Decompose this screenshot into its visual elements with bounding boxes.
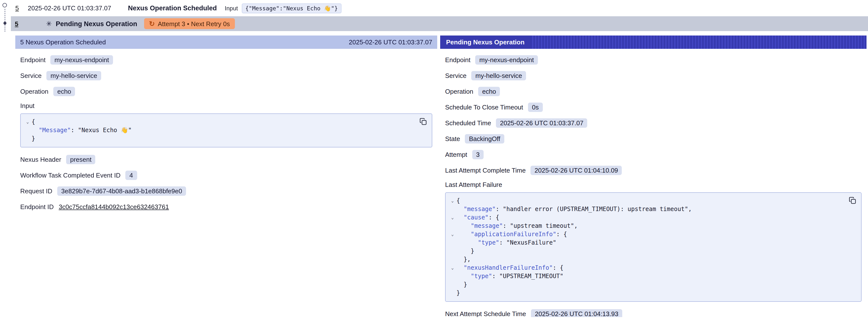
code-text: } [457, 281, 467, 289]
code-gutter [448, 222, 457, 230]
code-line: ⌄{ [24, 118, 418, 126]
event-timestamp: 2025-02-26 UTC 01:03:37.07 [28, 4, 111, 12]
copy-button[interactable] [418, 117, 428, 126]
field-label: Last Attempt Complete Time [445, 166, 526, 174]
field-row: Request ID3e829b7e-7d67-4b08-aad3-b1e868… [20, 186, 432, 196]
pending-asterisk-icon: ✳ [46, 20, 52, 28]
field-row: Endpointmy-nexus-endpoint [20, 55, 432, 65]
field-label: Operation [445, 88, 473, 95]
field-value-chip: present [66, 155, 95, 164]
failure-section-label: Last Attempt Failure [445, 181, 862, 188]
field-value-chip: 2025-02-26 UTC 01:03:37.07 [496, 118, 587, 127]
copy-icon [420, 118, 427, 125]
field-label: Nexus Header [20, 156, 61, 163]
code-line: "message": "handler error (UPSTREAM_TIME… [448, 205, 847, 214]
field-label: Endpoint [20, 56, 45, 63]
code-line: ⌄ "nexusHandlerFailureInfo": { [448, 264, 847, 272]
copy-button[interactable] [848, 196, 857, 205]
code-line: ⌄ "applicationFailureInfo": { [448, 230, 847, 239]
field-label: Service [445, 72, 467, 79]
code-gutter [448, 289, 457, 297]
pending-panel-title: Pending Nexus Operation [440, 35, 530, 49]
event-row-nexus-operation-scheduled[interactable]: 5 2025-02-26 UTC 01:03:37.07 Nexus Opera… [12, 0, 868, 16]
field-value-chip: echo [478, 87, 500, 96]
field-value-chip: 2025-02-26 UTC 01:04:13.93 [531, 309, 622, 317]
field-value-chip: 3e829b7e-7d67-4b08-aad3-b1e868bfe9e0 [57, 186, 186, 195]
scheduled-panel-body: Endpointmy-nexus-endpointServicemy-hello… [15, 49, 437, 218]
code-text: } [457, 247, 474, 255]
field-row: StateBackingOff [445, 134, 862, 143]
code-text: "message": "handler error (UPSTREAM_TIME… [457, 205, 692, 214]
code-line: "type": "UPSTREAM_TIMEOUT" [448, 272, 847, 281]
field-value-chip: BackingOff [465, 134, 504, 143]
event-id-link[interactable]: 5 [15, 4, 19, 12]
code-line: } [448, 289, 847, 297]
field-row: Nexus Headerpresent [20, 154, 432, 164]
collapse-arrow-icon[interactable]: ⌄ [24, 118, 32, 126]
scheduled-event-detail-panel: 5 Nexus Operation Scheduled 2025-02-26 U… [15, 35, 437, 317]
code-gutter [24, 126, 32, 135]
code-line: } [448, 281, 847, 289]
code-text: "message": "upstream timeout", [457, 222, 578, 230]
field-value-chip: my-nexus-endpoint [475, 55, 538, 64]
pending-panel-body: Endpointmy-nexus-endpointServicemy-hello… [440, 49, 867, 317]
field-row: Workflow Task Completed Event ID4 [20, 170, 432, 180]
field-label: State [445, 135, 460, 142]
code-gutter [24, 135, 32, 143]
field-value-link[interactable]: 3c0c75ccfa8144b092c13ce632463761 [59, 203, 169, 210]
field-row: Last Attempt Complete Time2025-02-26 UTC… [445, 165, 862, 175]
field-label: Schedule To Close Timeout [445, 103, 523, 111]
code-text: "type": "UPSTREAM_TIMEOUT" [457, 272, 563, 281]
code-gutter [448, 239, 457, 247]
code-line: "message": "upstream timeout", [448, 222, 847, 230]
field-row: Operationecho [20, 86, 432, 96]
pending-nexus-operation-row[interactable]: 5 ✳ Pending Nexus Operation ↻ Attempt 3 … [11, 16, 868, 31]
input-section-label: Input [20, 102, 432, 109]
code-text: { [457, 197, 460, 205]
pending-event-id-link[interactable]: 5 [15, 20, 18, 27]
failure-json-block: ⌄{ "message": "handler error (UPSTREAM_T… [445, 192, 862, 302]
field-value-chip: echo [53, 87, 75, 96]
field-row: Servicemy-hello-service [445, 70, 862, 80]
code-gutter [448, 247, 457, 255]
field-value-chip: 0s [528, 102, 542, 112]
code-line: }, [448, 255, 847, 264]
code-text: "nexusHandlerFailureInfo": { [457, 264, 563, 272]
code-gutter [448, 205, 457, 214]
timeline-dot-icon [3, 22, 6, 25]
code-line: ⌄ "cause": { [448, 214, 847, 222]
collapse-arrow-icon[interactable]: ⌄ [448, 197, 457, 205]
code-line: } [448, 247, 847, 255]
detail-panels: 5 Nexus Operation Scheduled 2025-02-26 U… [15, 35, 867, 317]
scheduled-panel-title: 5 Nexus Operation Scheduled [20, 38, 106, 46]
field-row: Attempt3 [445, 150, 862, 159]
field-label: Workflow Task Completed Event ID [20, 171, 121, 179]
field-label: Endpoint ID [20, 203, 54, 210]
field-value-chip: 4 [126, 170, 137, 180]
code-text: { [32, 118, 35, 126]
event-history-content: 5 2025-02-26 UTC 01:03:37.07 Nexus Opera… [0, 0, 868, 317]
field-value-chip: 2025-02-26 UTC 01:04:10.09 [531, 165, 622, 175]
code-text: "applicationFailureInfo": { [457, 230, 567, 239]
field-row: Schedule To Close Timeout0s [445, 102, 862, 112]
code-gutter [448, 272, 457, 281]
code-text: "Message": "Nexus Echo 👋" [32, 126, 132, 135]
field-row: Servicemy-hello-service [20, 70, 432, 80]
field-row: Endpoint ID3c0c75ccfa8144b092c13ce632463… [20, 202, 432, 212]
code-line: "Message": "Nexus Echo 👋" [24, 126, 418, 135]
collapse-arrow-icon[interactable]: ⌄ [448, 230, 457, 239]
field-label: Request ID [20, 187, 52, 195]
input-json-block: ⌄{ "Message": "Nexus Echo 👋"} [20, 114, 432, 148]
pending-panel-header: Pending Nexus Operation [440, 35, 867, 49]
code-text: "cause": { [457, 214, 499, 222]
timeline-connector [4, 9, 5, 32]
collapse-arrow-icon[interactable]: ⌄ [448, 214, 457, 222]
code-line: ⌄{ [448, 197, 847, 205]
code-gutter [448, 281, 457, 289]
retry-icon: ↻ [149, 20, 155, 27]
retry-attempt-badge: ↻ Attempt 3 • Next Retry 0s [144, 18, 235, 29]
collapse-arrow-icon[interactable]: ⌄ [448, 264, 457, 272]
field-label: Attempt [445, 151, 467, 158]
field-value-chip: 3 [472, 150, 484, 159]
retry-badge-text: Attempt 3 • Next Retry 0s [158, 20, 230, 27]
